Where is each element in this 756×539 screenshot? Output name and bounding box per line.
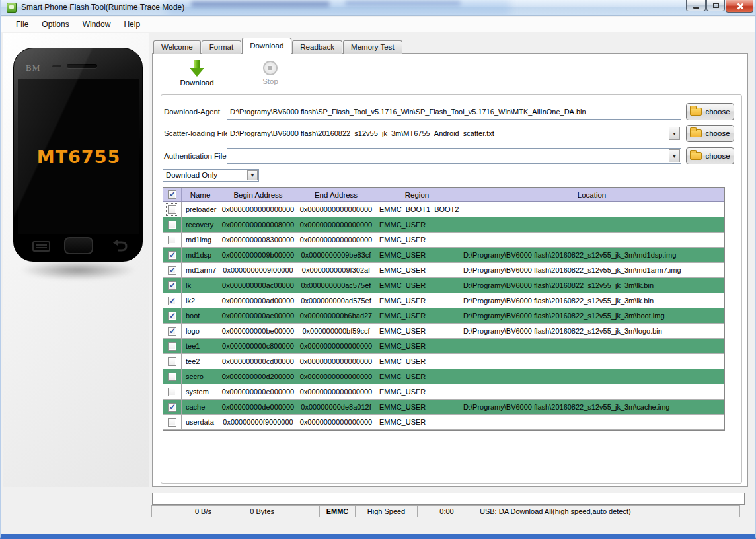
tab-readback[interactable]: Readback [292,40,342,54]
column-header-name: Name [182,188,219,201]
auth-file-label: Authentication File [164,148,227,164]
stop-button[interactable]: Stop [242,59,299,89]
tab-format[interactable]: Format [202,40,241,54]
cell-begin: 0x0000000000008000 [219,217,297,232]
cell-region: EMMC_USER [375,293,459,308]
minimize-button[interactable] [686,0,706,11]
download-agent-value: D:\Programy\BV6000 flash\SP_Flash_Tool_v… [230,108,586,116]
folder-icon [690,152,702,160]
cell-location: D:\Programy\BV6000 flash\20160822_s12v55… [459,400,724,414]
download-button[interactable]: Download [169,59,225,89]
row-checkbox[interactable] [168,236,176,244]
chevron-down-icon[interactable]: ▼ [247,170,258,180]
cell-begin: 0x00000000de000000 [219,400,297,414]
cell-begin: 0x000000000ae00000 [219,308,297,323]
cell-name: tee1 [182,339,219,353]
row-checkbox[interactable] [168,388,176,396]
row-checkbox-cell [163,369,182,384]
cell-name: cache [182,400,219,414]
row-checkbox[interactable] [168,251,176,260]
chevron-down-icon[interactable]: ▼ [669,149,680,162]
table-row[interactable]: preloader0x00000000000000000x00000000000… [163,202,724,217]
download-button-label: Download [169,79,225,87]
row-checkbox[interactable] [168,297,176,305]
folder-icon [690,129,702,137]
maximize-button[interactable] [706,0,725,11]
row-checkbox[interactable] [168,221,176,229]
tab-welcome[interactable]: Welcome [153,40,201,54]
glass-artifact [191,1,330,7]
tab-download[interactable]: Download [242,38,291,54]
row-checkbox[interactable] [168,342,176,351]
table-row[interactable]: system0x000000000e0000000x00000000000000… [163,384,724,400]
cell-begin: 0x000000000c800000 [219,339,297,353]
close-button[interactable] [726,0,753,13]
row-checkbox[interactable] [168,205,176,214]
cell-location: D:\Programy\BV6000 flash\20160822_s12v55… [459,293,724,308]
row-checkbox[interactable] [168,312,176,320]
row-checkbox[interactable] [168,357,176,366]
cell-begin: 0x0000000009f00000 [219,263,297,277]
select-all-checkbox[interactable] [168,190,176,199]
row-checkbox[interactable] [168,403,176,412]
table-row[interactable]: tee10x000000000c8000000x0000000000000000… [163,339,724,354]
cell-end: 0x0000000000000000 [297,384,375,399]
download-tab-panel: Download Stop Download-Agent D:\Programy… [152,53,748,487]
download-mode-select[interactable]: Download Only ▼ [163,169,259,182]
download-agent-choose-button[interactable]: choose [686,103,734,120]
auth-file-choose-button[interactable]: choose [686,147,734,164]
cell-region: EMMC_USER [375,233,459,247]
scatter-file-combobox[interactable]: D:\Programy\BV6000 flash\20160822_s12v55… [227,126,681,141]
row-checkbox-cell [163,233,182,247]
cell-location [459,415,724,429]
cell-name: logo [182,324,219,338]
progress-bar [152,493,745,505]
row-checkbox[interactable] [168,281,176,290]
menu-help[interactable]: Help [117,18,147,30]
row-checkbox[interactable] [168,418,176,427]
scatter-file-label: Scatter-loading File [164,126,229,141]
table-row[interactable]: md1dsp0x0000000009b000000x0000000009be83… [163,248,724,263]
status-usb-speed: High Speed [355,505,418,517]
cell-name: md1dsp [182,248,219,262]
close-icon [736,3,743,10]
scatter-file-choose-button[interactable]: choose [686,125,734,142]
row-checkbox[interactable] [168,327,176,336]
menu-window[interactable]: Window [76,18,118,30]
row-checkbox[interactable] [168,266,176,275]
row-checkbox[interactable] [168,373,176,381]
phone-preview-panel: BM MT6755 [3,33,149,487]
cell-end: 0x000000000ad575ef [297,293,375,308]
cell-region: EMMC_USER [375,369,459,384]
table-row[interactable]: userdata0x00000000f90000000x000000000000… [163,415,724,430]
table-row[interactable]: tee20x000000000cd000000x0000000000000000… [163,354,724,369]
table-row[interactable]: lk0x000000000ac000000x000000000ac575efEM… [163,278,724,293]
row-checkbox-cell [163,217,182,232]
cell-location: D:\Programy\BV6000 flash\20160822_s12v55… [459,324,724,338]
tab-memory-test[interactable]: Memory Test [343,40,402,54]
table-row[interactable]: recovery0x00000000000080000x000000000000… [163,217,724,233]
table-row[interactable]: md1arm70x0000000009f000000x0000000009f30… [163,263,724,278]
stop-button-label: Stop [242,77,299,85]
cell-name: md1img [182,233,219,247]
scatter-file-value: D:\Programy\BV6000 flash\20160822_s12v55… [230,129,494,137]
table-row[interactable]: boot0x000000000ae000000x000000000b6bad27… [163,308,724,324]
table-row[interactable]: secro0x000000000d2000000x000000000000000… [163,369,724,384]
download-agent-input[interactable]: D:\Programy\BV6000 flash\SP_Flash_Tool_v… [227,104,681,120]
menu-options[interactable]: Options [35,18,75,30]
auth-file-combobox[interactable]: ▼ [227,148,681,164]
chevron-down-icon[interactable]: ▼ [669,127,680,140]
cell-location [459,354,724,369]
table-row[interactable]: lk20x000000000ad000000x000000000ad575efE… [163,293,724,308]
table-row[interactable]: logo0x000000000be000000x000000000bf59ccf… [163,324,724,339]
cell-begin: 0x000000000ac00000 [219,278,297,293]
phone-shadow [20,260,136,280]
partition-table: Name Begin Address End Address Region Lo… [163,187,725,431]
status-message: USB: DA Download All(high speed,auto det… [476,505,740,517]
title-bar[interactable]: Smart Phone Flash Tool(Runtime Trace Mod… [1,0,755,16]
table-row[interactable]: cache0x00000000de0000000x00000000de8a012… [163,400,724,415]
screen-gloss [14,48,142,261]
menu-file[interactable]: File [9,18,35,30]
phone-image: BM MT6755 [13,48,143,262]
table-row[interactable]: md1img0x00000000083000000x00000000000000… [163,233,724,248]
